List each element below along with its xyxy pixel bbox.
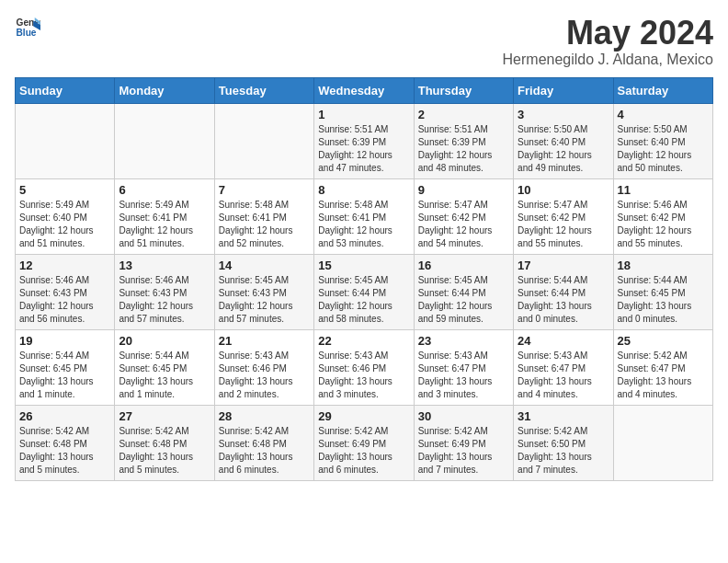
calendar-day-cell: 12Sunrise: 5:46 AMSunset: 6:43 PMDayligh… bbox=[16, 254, 115, 329]
day-info: Sunrise: 5:42 AMSunset: 6:48 PMDaylight:… bbox=[219, 425, 310, 477]
logo-icon: General Blue bbox=[15, 15, 40, 40]
calendar-day-cell: 21Sunrise: 5:43 AMSunset: 6:46 PMDayligh… bbox=[214, 329, 313, 405]
day-number: 25 bbox=[618, 334, 709, 348]
day-number: 5 bbox=[19, 183, 110, 197]
day-number: 22 bbox=[318, 334, 409, 348]
day-info: Sunrise: 5:46 AMSunset: 6:43 PMDaylight:… bbox=[19, 274, 110, 326]
day-info: Sunrise: 5:46 AMSunset: 6:43 PMDaylight:… bbox=[119, 274, 210, 326]
calendar-table: SundayMondayTuesdayWednesdayThursdayFrid… bbox=[15, 77, 713, 481]
calendar-day-cell: 15Sunrise: 5:45 AMSunset: 6:44 PMDayligh… bbox=[314, 254, 414, 329]
day-number: 30 bbox=[418, 409, 509, 423]
calendar-week-row: 19Sunrise: 5:44 AMSunset: 6:45 PMDayligh… bbox=[16, 329, 713, 405]
day-number: 1 bbox=[318, 108, 409, 121]
day-number: 17 bbox=[518, 259, 609, 272]
day-info: Sunrise: 5:44 AMSunset: 6:44 PMDaylight:… bbox=[518, 274, 609, 326]
day-number: 26 bbox=[19, 409, 110, 423]
weekday-header-cell: Tuesday bbox=[214, 77, 313, 103]
weekday-header-cell: Friday bbox=[514, 77, 613, 103]
day-info: Sunrise: 5:44 AMSunset: 6:45 PMDaylight:… bbox=[119, 350, 210, 401]
day-info: Sunrise: 5:50 AMSunset: 6:40 PMDaylight:… bbox=[618, 123, 709, 175]
calendar-day-cell: 9Sunrise: 5:47 AMSunset: 6:42 PMDaylight… bbox=[414, 178, 513, 254]
calendar-day-cell: 7Sunrise: 5:48 AMSunset: 6:41 PMDaylight… bbox=[214, 178, 313, 254]
day-info: Sunrise: 5:42 AMSunset: 6:48 PMDaylight:… bbox=[119, 425, 210, 477]
day-info: Sunrise: 5:45 AMSunset: 6:44 PMDaylight:… bbox=[418, 274, 509, 326]
day-info: Sunrise: 5:43 AMSunset: 6:46 PMDaylight:… bbox=[219, 350, 310, 401]
day-info: Sunrise: 5:51 AMSunset: 6:39 PMDaylight:… bbox=[418, 123, 509, 175]
day-number: 31 bbox=[518, 409, 609, 423]
day-info: Sunrise: 5:44 AMSunset: 6:45 PMDaylight:… bbox=[618, 274, 709, 326]
day-info: Sunrise: 5:48 AMSunset: 6:41 PMDaylight:… bbox=[219, 199, 310, 250]
day-number: 3 bbox=[518, 108, 609, 121]
day-number: 29 bbox=[318, 409, 409, 423]
calendar-day-cell: 4Sunrise: 5:50 AMSunset: 6:40 PMDaylight… bbox=[613, 103, 712, 178]
day-info: Sunrise: 5:49 AMSunset: 6:40 PMDaylight:… bbox=[19, 199, 110, 250]
calendar-day-cell: 20Sunrise: 5:44 AMSunset: 6:45 PMDayligh… bbox=[115, 329, 214, 405]
logo: General Blue bbox=[15, 15, 40, 40]
calendar-day-cell: 22Sunrise: 5:43 AMSunset: 6:46 PMDayligh… bbox=[314, 329, 414, 405]
day-info: Sunrise: 5:44 AMSunset: 6:45 PMDaylight:… bbox=[19, 350, 110, 401]
day-number: 24 bbox=[518, 334, 609, 348]
calendar-day-cell: 11Sunrise: 5:46 AMSunset: 6:42 PMDayligh… bbox=[613, 178, 712, 254]
day-number: 7 bbox=[219, 183, 310, 197]
weekday-header-cell: Sunday bbox=[16, 77, 115, 103]
day-info: Sunrise: 5:43 AMSunset: 6:47 PMDaylight:… bbox=[518, 350, 609, 401]
calendar-day-cell: 31Sunrise: 5:42 AMSunset: 6:50 PMDayligh… bbox=[514, 405, 613, 480]
day-number: 4 bbox=[618, 108, 709, 121]
day-number: 27 bbox=[119, 409, 210, 423]
day-info: Sunrise: 5:43 AMSunset: 6:46 PMDaylight:… bbox=[318, 350, 409, 401]
day-number: 21 bbox=[219, 334, 310, 348]
day-info: Sunrise: 5:42 AMSunset: 6:48 PMDaylight:… bbox=[19, 425, 110, 477]
day-info: Sunrise: 5:42 AMSunset: 6:47 PMDaylight:… bbox=[618, 350, 709, 401]
day-number: 11 bbox=[618, 183, 709, 197]
day-info: Sunrise: 5:45 AMSunset: 6:43 PMDaylight:… bbox=[219, 274, 310, 326]
calendar-day-cell: 6Sunrise: 5:49 AMSunset: 6:41 PMDaylight… bbox=[115, 178, 214, 254]
calendar-day-cell: 10Sunrise: 5:47 AMSunset: 6:42 PMDayligh… bbox=[514, 178, 613, 254]
calendar-day-cell: 5Sunrise: 5:49 AMSunset: 6:40 PMDaylight… bbox=[16, 178, 115, 254]
weekday-header-cell: Monday bbox=[115, 77, 214, 103]
calendar-day-cell: 29Sunrise: 5:42 AMSunset: 6:49 PMDayligh… bbox=[314, 405, 414, 480]
calendar-day-cell: 24Sunrise: 5:43 AMSunset: 6:47 PMDayligh… bbox=[514, 329, 613, 405]
day-info: Sunrise: 5:47 AMSunset: 6:42 PMDaylight:… bbox=[518, 199, 609, 250]
page-header: General Blue May 2024 Hermenegildo J. Al… bbox=[15, 15, 713, 68]
day-number: 2 bbox=[418, 108, 509, 121]
calendar-day-cell: 17Sunrise: 5:44 AMSunset: 6:44 PMDayligh… bbox=[514, 254, 613, 329]
day-info: Sunrise: 5:49 AMSunset: 6:41 PMDaylight:… bbox=[119, 199, 210, 250]
calendar-day-cell: 8Sunrise: 5:48 AMSunset: 6:41 PMDaylight… bbox=[314, 178, 414, 254]
weekday-header-row: SundayMondayTuesdayWednesdayThursdayFrid… bbox=[16, 77, 713, 103]
calendar-subtitle: Hermenegildo J. Aldana, Mexico bbox=[503, 52, 713, 68]
calendar-day-cell: 16Sunrise: 5:45 AMSunset: 6:44 PMDayligh… bbox=[414, 254, 513, 329]
calendar-day-cell: 1Sunrise: 5:51 AMSunset: 6:39 PMDaylight… bbox=[314, 103, 414, 178]
day-number: 10 bbox=[518, 183, 609, 197]
day-info: Sunrise: 5:45 AMSunset: 6:44 PMDaylight:… bbox=[318, 274, 409, 326]
svg-text:Blue: Blue bbox=[17, 28, 37, 38]
calendar-day-cell: 26Sunrise: 5:42 AMSunset: 6:48 PMDayligh… bbox=[16, 405, 115, 480]
calendar-day-cell: 30Sunrise: 5:42 AMSunset: 6:49 PMDayligh… bbox=[414, 405, 513, 480]
day-number: 19 bbox=[19, 334, 110, 348]
calendar-week-row: 12Sunrise: 5:46 AMSunset: 6:43 PMDayligh… bbox=[16, 254, 713, 329]
day-info: Sunrise: 5:51 AMSunset: 6:39 PMDaylight:… bbox=[318, 123, 409, 175]
calendar-body: 1Sunrise: 5:51 AMSunset: 6:39 PMDaylight… bbox=[16, 103, 713, 480]
day-number: 14 bbox=[219, 259, 310, 272]
calendar-day-cell bbox=[115, 103, 214, 178]
calendar-day-cell: 23Sunrise: 5:43 AMSunset: 6:47 PMDayligh… bbox=[414, 329, 513, 405]
day-info: Sunrise: 5:47 AMSunset: 6:42 PMDaylight:… bbox=[418, 199, 509, 250]
calendar-day-cell bbox=[16, 103, 115, 178]
calendar-week-row: 1Sunrise: 5:51 AMSunset: 6:39 PMDaylight… bbox=[16, 103, 713, 178]
calendar-day-cell: 25Sunrise: 5:42 AMSunset: 6:47 PMDayligh… bbox=[613, 329, 712, 405]
weekday-header-cell: Saturday bbox=[613, 77, 712, 103]
day-number: 12 bbox=[19, 259, 110, 272]
calendar-week-row: 5Sunrise: 5:49 AMSunset: 6:40 PMDaylight… bbox=[16, 178, 713, 254]
day-info: Sunrise: 5:48 AMSunset: 6:41 PMDaylight:… bbox=[318, 199, 409, 250]
day-number: 16 bbox=[418, 259, 509, 272]
calendar-day-cell: 2Sunrise: 5:51 AMSunset: 6:39 PMDaylight… bbox=[414, 103, 513, 178]
day-info: Sunrise: 5:42 AMSunset: 6:50 PMDaylight:… bbox=[518, 425, 609, 477]
day-number: 6 bbox=[119, 183, 210, 197]
day-number: 8 bbox=[318, 183, 409, 197]
day-info: Sunrise: 5:42 AMSunset: 6:49 PMDaylight:… bbox=[318, 425, 409, 477]
day-number: 15 bbox=[318, 259, 409, 272]
day-info: Sunrise: 5:50 AMSunset: 6:40 PMDaylight:… bbox=[518, 123, 609, 175]
weekday-header-cell: Thursday bbox=[414, 77, 513, 103]
calendar-day-cell: 28Sunrise: 5:42 AMSunset: 6:48 PMDayligh… bbox=[214, 405, 313, 480]
day-number: 20 bbox=[119, 334, 210, 348]
calendar-week-row: 26Sunrise: 5:42 AMSunset: 6:48 PMDayligh… bbox=[16, 405, 713, 480]
